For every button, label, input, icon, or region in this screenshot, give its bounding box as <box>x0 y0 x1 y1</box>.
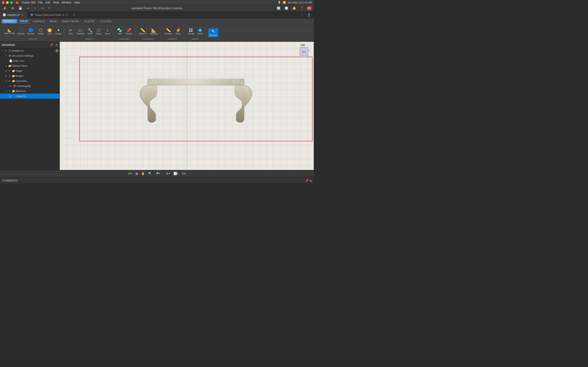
vis-icon-bodies[interactable]: 👁 <box>8 74 11 77</box>
inspect-zebra-btn[interactable]: ⚡ Zebra <box>174 27 182 35</box>
comments-pin-btn[interactable]: 📌 <box>305 179 309 182</box>
history-btn[interactable]: 🕐 <box>284 5 289 11</box>
create-revolve-btn[interactable]: 🔵 Revolve <box>26 27 36 35</box>
fit-to-screen-btn[interactable]: 🔍 <box>147 171 153 176</box>
undo-btn[interactable]: ↩ <box>25 5 31 11</box>
modify-scale-btn[interactable]: ⬡ Scale <box>95 27 103 35</box>
inspect-measure-btn[interactable]: 📏 Measure <box>163 27 174 35</box>
assemble-ground-btn[interactable]: 📌 Ground <box>124 27 133 35</box>
help-btn[interactable]: ❓ <box>299 5 305 11</box>
save-btn[interactable]: 💾 <box>17 5 23 11</box>
tree-item-bodies[interactable]: ▶ 👁 📁 Bodies <box>0 73 60 78</box>
modify-fillet-btn[interactable]: ✂ Fillet <box>67 27 75 35</box>
create-loft-btn[interactable]: 🌟 Loft <box>45 27 54 35</box>
tree-toggle-bodies[interactable]: ▶ <box>5 74 8 77</box>
user-mgmt-btn[interactable]: 👤 <box>306 12 312 18</box>
notification-btn[interactable]: 🔔 <box>291 5 297 11</box>
tree-toggle-sketches[interactable]: ▼ <box>5 90 8 93</box>
minimize-button[interactable] <box>6 1 9 4</box>
select-btn[interactable]: ↖ SELECT <box>208 28 218 37</box>
vis-icon-bracket[interactable]: 👁 <box>4 49 8 52</box>
undo-dropdown[interactable]: ▼ <box>32 5 38 11</box>
app-icon-btn[interactable]: ⚡ <box>2 5 8 11</box>
tab-bracket[interactable]: 📄 bracket v1* ✕ <box>0 11 27 18</box>
comments-collapse-btn[interactable]: ◀ <box>309 179 311 182</box>
autosave-btn[interactable]: 🔄 <box>276 5 282 11</box>
ribbon-tab-mesh[interactable]: MESH <box>47 19 59 23</box>
tree-toggle-named-views[interactable]: ▶ <box>5 64 8 67</box>
menu-fusion[interactable]: Fusion 360 <box>22 1 35 4</box>
sidebar-pin-btn[interactable]: 📌 <box>49 43 54 47</box>
tree-toggle-bracket[interactable]: ▼ <box>1 49 4 52</box>
menu-apple[interactable]: 🍎 <box>16 1 19 4</box>
tab-close-bracket[interactable]: ✕ <box>21 14 23 16</box>
tree-item-canvases[interactable]: ▼ 👁 📁 Canvases <box>0 78 60 83</box>
menu-help[interactable]: Help <box>74 1 80 4</box>
tab-close-hook[interactable]: ✕ <box>66 14 68 16</box>
redo-btn[interactable]: ↪ <box>40 5 45 11</box>
vis-icon-sketches[interactable]: 👁 <box>8 90 11 93</box>
vis-icon-mountingclip[interactable]: 👁 <box>9 84 12 88</box>
tree-item-sketches[interactable]: ▼ 👁 📁 Sketches <box>0 89 60 94</box>
tree-item-sketch1[interactable]: 👁 ✏ Sketch1 <box>0 94 60 99</box>
ribbon-tab-sheetmetal[interactable]: SHEET METAL <box>60 19 82 23</box>
tree-toggle-origin[interactable]: ▶ <box>5 69 8 73</box>
redo-dropdown[interactable]: ▼ <box>46 5 52 11</box>
create-more-btn[interactable]: ✦ Create <box>54 27 63 35</box>
orbit-btn[interactable]: ⊕▾ <box>127 171 133 176</box>
vis-icon-origin[interactable]: 👁 <box>8 69 11 73</box>
tree-item-mountingclip[interactable]: 👁 🖼 mountingclip <box>0 83 60 89</box>
maximize-button[interactable] <box>10 1 13 4</box>
move-icon: ↕ <box>107 28 109 32</box>
loft-icon: 🌟 <box>47 28 52 32</box>
vis-icon-sketch1[interactable]: 👁 <box>9 94 12 98</box>
tree-item-units[interactable]: 📄 Units: mm <box>0 58 60 63</box>
tree-toggle-doc[interactable]: ▼ <box>5 54 8 57</box>
upgrade-btn[interactable]: ↑ <box>299 12 305 18</box>
zoom-btn[interactable]: 🔎▾ <box>154 171 162 176</box>
menu-file[interactable]: File <box>38 1 43 4</box>
modify-shell-btn[interactable]: 🔧 Shell <box>86 27 94 35</box>
mac-status-area: 🔋 📶 Mon May 16 1:41 PM <box>278 1 312 4</box>
modify-move-btn[interactable]: ↕ Move <box>103 27 112 35</box>
menu-view[interactable]: View <box>53 1 59 4</box>
assemble-joint-btn[interactable]: 🔩 Joint <box>115 27 124 35</box>
create-extrude-btn[interactable]: ⬛ Extrude <box>16 27 26 35</box>
app-titlebar: ⚡ ⊞ 💾 ↩ ▼ ↪ ▼ Autodesk Fusion 360 (Educa… <box>0 5 314 11</box>
grid-btn[interactable]: ⊞ <box>10 5 16 11</box>
menu-window[interactable]: Window <box>61 1 71 4</box>
construct-offset-btn[interactable]: 📏 Offset Pl. <box>137 27 148 35</box>
create-new-sketch-btn[interactable]: 📐 New Comp <box>3 28 16 35</box>
new-tab-button[interactable]: + <box>70 11 78 18</box>
tab-hook[interactable]: 🔷 Shape Optimized Hook v1 ✕ <box>27 11 70 18</box>
tree-toggle-canvases[interactable]: ▼ <box>5 79 8 83</box>
insert-canvas-btn[interactable]: 🖼 Canvas <box>186 27 196 35</box>
ribbon-tab-utilities[interactable]: UTILITIES <box>98 19 114 23</box>
offset-plane-icon: 📏 <box>140 28 145 32</box>
close-button[interactable] <box>2 1 5 4</box>
insert-decal-btn[interactable]: 💠 Decal <box>196 27 204 35</box>
pan-btn[interactable]: ✋ <box>140 171 146 176</box>
tree-item-doc-settings[interactable]: ▼ ⚙ Document Settings <box>0 53 60 58</box>
ribbon-tab-surface[interactable]: SURFACE <box>30 19 47 23</box>
design-mode-dropdown[interactable]: DESIGN ▾ <box>2 19 17 23</box>
layout-btn[interactable]: ⊞▾ <box>181 171 187 176</box>
tree-item-origin[interactable]: ▶ 👁 📁 Origin <box>0 68 60 73</box>
ribbon-group-select: ↖ SELECT <box>207 25 220 41</box>
construct-mid-btn[interactable]: 📐 Midplane <box>149 27 159 35</box>
vis-icon-canvases[interactable]: 👁 <box>8 79 11 83</box>
visual-style-btn[interactable]: ⬜▾ <box>172 171 180 176</box>
create-sweep-btn[interactable]: ⬡ Sweep <box>36 27 45 35</box>
sketch-grid-btn[interactable]: ▣ <box>134 171 139 176</box>
tree-item-named-views[interactable]: ▶ 📁 Named Views <box>0 63 60 68</box>
viewport[interactable]: TOP TOP <box>60 42 314 170</box>
ribbon-tab-plastic[interactable]: PLASTIC <box>82 19 97 23</box>
ribbon-tab-solid[interactable]: SOLID <box>18 19 30 24</box>
user-avatar[interactable]: KC <box>307 6 312 11</box>
view-cube[interactable]: TOP TOP <box>298 44 311 58</box>
menu-edit[interactable]: Edit <box>45 1 50 4</box>
sidebar-collapse-btn[interactable]: ◀ <box>55 43 58 47</box>
display-mode-btn[interactable]: 🖥▾ <box>164 171 171 176</box>
tree-item-bracket-v1[interactable]: ▼ 👁 ⬛ bracket v1 ⊙ <box>0 48 60 53</box>
modify-chamfer-btn[interactable]: ◻ Chamfer <box>75 27 86 35</box>
